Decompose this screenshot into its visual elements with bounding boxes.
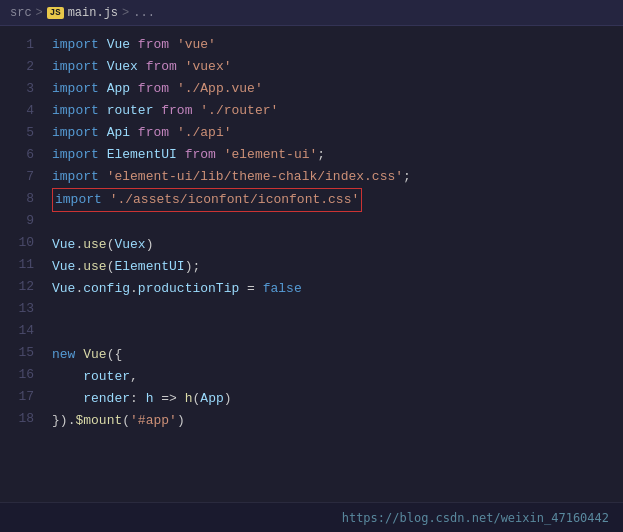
token-id: Api xyxy=(107,122,130,144)
token-plain xyxy=(255,278,263,300)
code-line: Vue.use(ElementUI); xyxy=(52,256,613,278)
token-id: productionTip xyxy=(138,278,239,300)
token-punc: . xyxy=(130,278,138,300)
breadcrumb-src: src xyxy=(10,6,32,20)
code-line: render: h => h(App) xyxy=(52,388,613,410)
token-plain xyxy=(177,388,185,410)
token-punc: . xyxy=(75,256,83,278)
token-punc: } xyxy=(52,410,60,432)
line-number: 8 xyxy=(0,188,34,210)
code-line xyxy=(52,300,613,322)
token-kw: import xyxy=(52,166,99,188)
token-plain xyxy=(52,366,83,388)
code-line: import Vue from 'vue' xyxy=(52,34,613,56)
footer: https://blog.csdn.net/weixin_47160442 xyxy=(0,502,623,532)
token-punc: ) xyxy=(60,410,68,432)
token-from-kw: from xyxy=(185,144,216,166)
token-plain xyxy=(177,56,185,78)
token-kw: import xyxy=(52,144,99,166)
token-punc: ) xyxy=(185,256,193,278)
token-punc: . xyxy=(68,410,76,432)
code-line: import router from './router' xyxy=(52,100,613,122)
token-plain xyxy=(177,144,185,166)
token-plain xyxy=(99,100,107,122)
token-id: ElementUI xyxy=(107,144,177,166)
line-number: 4 xyxy=(0,100,34,122)
token-plain xyxy=(169,122,177,144)
code-line: Vue.config.productionTip = false xyxy=(52,278,613,300)
token-str: 'element-ui' xyxy=(224,144,318,166)
token-str: './assets/iconfont/iconfont.css' xyxy=(110,189,360,211)
token-id: Vuex xyxy=(107,56,138,78)
line-number: 10 xyxy=(0,232,34,254)
token-punc: : xyxy=(130,388,138,410)
line-number: 12 xyxy=(0,276,34,298)
token-fn: $mount xyxy=(75,410,122,432)
token-plain xyxy=(239,278,247,300)
line-number: 7 xyxy=(0,166,34,188)
line-number: 5 xyxy=(0,122,34,144)
token-punc: . xyxy=(75,234,83,256)
line-number: 2 xyxy=(0,56,34,78)
token-id: Vue xyxy=(52,278,75,300)
breadcrumb-filename: main.js xyxy=(68,6,118,20)
line-number: 13 xyxy=(0,298,34,320)
token-plain xyxy=(130,78,138,100)
token-str: './router' xyxy=(200,100,278,122)
token-fn: use xyxy=(83,256,106,278)
line-number: 16 xyxy=(0,364,34,386)
token-plain xyxy=(138,56,146,78)
line-number: 3 xyxy=(0,78,34,100)
token-str: 'vue' xyxy=(177,34,216,56)
line-number: 9 xyxy=(0,210,34,232)
token-str: './App.vue' xyxy=(177,78,263,100)
token-punc: ) xyxy=(146,234,154,256)
token-from-kw: from xyxy=(138,122,169,144)
token-id: config xyxy=(83,278,130,300)
token-from-kw: from xyxy=(138,34,169,56)
token-plain xyxy=(99,78,107,100)
line-number: 14 xyxy=(0,320,34,342)
token-fn: use xyxy=(83,234,106,256)
token-id: Vue xyxy=(107,34,130,56)
line-numbers: 123456789101112131415161718 xyxy=(0,26,42,502)
token-id: App xyxy=(107,78,130,100)
token-plain xyxy=(192,100,200,122)
code-line: import App from './App.vue' xyxy=(52,78,613,100)
token-plain xyxy=(169,78,177,100)
line-number: 1 xyxy=(0,34,34,56)
token-fn: h xyxy=(185,388,193,410)
line-number: 11 xyxy=(0,254,34,276)
token-str: 'element-ui/lib/theme-chalk/index.css' xyxy=(107,166,403,188)
token-id: Vuex xyxy=(114,234,145,256)
token-kw: import xyxy=(52,56,99,78)
editor-container: src > JS main.js > ... 12345678910111213… xyxy=(0,0,623,532)
token-plain xyxy=(130,122,138,144)
token-fn: Vue xyxy=(83,344,106,366)
token-id: render xyxy=(83,388,130,410)
token-plain xyxy=(99,144,107,166)
token-plain xyxy=(99,56,107,78)
token-op: = xyxy=(247,278,255,300)
code-content[interactable]: import Vue from 'vue'import Vuex from 'v… xyxy=(42,26,623,502)
token-plain xyxy=(99,34,107,56)
token-plain xyxy=(75,344,83,366)
token-plain xyxy=(153,388,161,410)
token-punc: ) xyxy=(224,388,232,410)
token-plain xyxy=(216,144,224,166)
token-plain xyxy=(52,388,83,410)
token-plain xyxy=(153,100,161,122)
breadcrumb: src > JS main.js > ... xyxy=(0,0,623,26)
code-line xyxy=(52,322,613,344)
code-line: new Vue({ xyxy=(52,344,613,366)
code-line: }).$mount('#app') xyxy=(52,410,613,432)
token-str: './api' xyxy=(177,122,232,144)
token-punc: , xyxy=(130,366,138,388)
token-kw: import xyxy=(52,34,99,56)
token-punc: ; xyxy=(317,144,325,166)
token-punc: ({ xyxy=(107,344,123,366)
line-number: 6 xyxy=(0,144,34,166)
code-line: import 'element-ui/lib/theme-chalk/index… xyxy=(52,166,613,188)
token-str: 'vuex' xyxy=(185,56,232,78)
code-line xyxy=(52,212,613,234)
